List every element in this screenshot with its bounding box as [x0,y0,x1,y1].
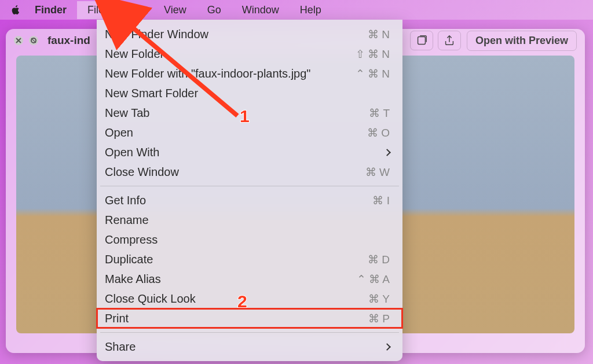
menu-item-label: Share [105,340,385,354]
menu-file[interactable]: File [77,1,115,19]
menu-item-open[interactable]: Open⌘ O [97,123,402,142]
menu-item-rename[interactable]: Rename [97,210,402,230]
menu-item-close-quick-look[interactable]: Close Quick Look⌘ Y [97,289,402,308]
menu-item-duplicate[interactable]: Duplicate⌘ D [97,249,402,269]
menu-item-label: New Tab [105,106,369,120]
menu-item-shortcut: ⌘ W [365,166,390,179]
menu-item-label: Open [105,126,367,139]
menu-edit[interactable]: Edit [115,1,153,19]
window-controls [14,36,38,45]
menu-item-label: Rename [105,214,390,227]
menu-item-label: New Finder Window [105,28,368,41]
menu-item-shortcut: ⌘ O [367,126,390,139]
menu-item-label: Open With [105,146,385,159]
window-title: faux-ind [47,34,90,47]
menu-item-shortcut: ⌃ ⌘ A [357,273,390,286]
menu-item-label: Close Window [105,166,365,179]
menu-item-label: Duplicate [105,253,368,266]
zoom-window-icon[interactable] [29,36,38,45]
menu-item-shortcut: ⌘ Y [368,292,390,306]
new-window-icon[interactable] [410,31,433,50]
close-window-icon[interactable] [14,36,23,45]
menu-item-shortcut: ⇧ ⌘ N [356,47,390,61]
chevron-right-icon [383,343,391,351]
menu-item-new-folder[interactable]: New Folder⇧ ⌘ N [97,44,402,64]
menu-item-label: Make Alias [105,273,357,286]
menu-item-label: Get Info [105,194,372,207]
menu-item-shortcut: ⌘ D [368,253,390,266]
annotation-step-2: 2 [237,292,247,311]
menu-item-new-smart-folder[interactable]: New Smart Folder [97,83,402,103]
apple-logo-icon [9,3,22,16]
menu-item-print[interactable]: Print⌘ P [97,308,402,328]
file-menu-dropdown: New Finder Window⌘ NNew Folder⇧ ⌘ NNew F… [97,20,402,361]
menu-window[interactable]: Window [232,1,290,19]
menu-item-shortcut: ⌃ ⌘ N [356,67,390,80]
app-name: Finder [35,1,77,19]
menu-item-new-finder-window[interactable]: New Finder Window⌘ N [97,24,402,44]
annotation-step-1: 1 [240,106,250,126]
menu-item-label: Print [105,312,368,325]
menu-item-label: Close Quick Look [105,292,368,306]
menu-separator [100,186,399,186]
menubar: Finder File Edit View Go Window Help [0,0,593,20]
menu-item-shortcut: ⌘ P [368,312,390,325]
menu-item-new-folder-with-faux-indoor-plants-jpg[interactable]: New Folder with "faux-indoor-plants.jpg"… [97,64,402,83]
menu-separator [100,332,399,333]
menu-item-open-with[interactable]: Open With [97,142,402,162]
menu-item-label: New Smart Folder [105,87,390,100]
menu-item-share[interactable]: Share [97,337,402,356]
menu-help[interactable]: Help [290,1,332,19]
svg-rect-1 [418,37,426,45]
menu-item-make-alias[interactable]: Make Alias⌃ ⌘ A [97,269,402,289]
menu-item-shortcut: ⌘ T [369,106,390,120]
menu-go[interactable]: Go [197,1,232,19]
menu-item-compress[interactable]: Compress [97,230,402,249]
menu-item-new-tab[interactable]: New Tab⌘ T [97,103,402,123]
chevron-right-icon [383,149,391,156]
menu-item-label: New Folder with "faux-indoor-plants.jpg" [105,67,356,80]
open-with-preview-button[interactable]: Open with Preview [467,31,577,51]
menu-item-shortcut: ⌘ N [368,28,390,41]
menu-view[interactable]: View [153,1,197,19]
share-icon[interactable] [438,31,461,50]
menu-item-label: New Folder [105,47,356,61]
menu-item-label: Compress [105,233,390,247]
menu-item-close-window[interactable]: Close Window⌘ W [97,162,402,182]
menu-item-shortcut: ⌘ I [372,194,390,207]
menu-item-get-info[interactable]: Get Info⌘ I [97,190,402,210]
